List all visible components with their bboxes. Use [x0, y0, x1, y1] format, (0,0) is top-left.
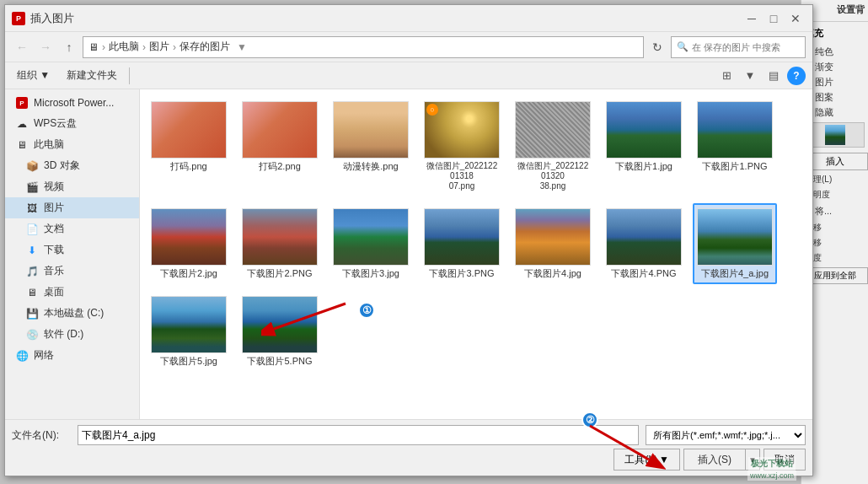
filetype-select[interactable]: 所有图片(*.emf;*.wmf;*.jpg;*.j...: [646, 425, 806, 445]
file-thumbnail: [151, 296, 227, 353]
filename-input[interactable]: [78, 425, 639, 445]
title-bar: P 插入图片 ─ □ ✕: [5, 5, 812, 32]
sidebar-item-3d[interactable]: 📦 3D 对象: [5, 155, 139, 176]
sidebar-item-disk-c[interactable]: 💾 本地磁盘 (C:): [5, 303, 139, 324]
list-item[interactable]: 微信图片_20221220132038.png: [511, 96, 595, 196]
list-item[interactable]: 下载图片3.PNG: [420, 203, 504, 284]
up-button[interactable]: ↑: [59, 37, 79, 57]
file-thumbnail: [333, 101, 409, 159]
sidebar: P Microsoft Power... ☁ WPS云盘 🖥 此电脑 📦: [5, 89, 140, 419]
insert-picture-dialog: P 插入图片 ─ □ ✕ ← → ↑ 🖥 › 此电脑 › 图片 › 保存的图片 …: [4, 4, 813, 476]
file-name: 下载图片2.jpg: [160, 268, 217, 279]
list-item[interactable]: 下载图片2.jpg: [147, 203, 231, 284]
sidebar-item-disk-d[interactable]: 💿 软件 (D:): [5, 324, 139, 345]
fill-hide-label: 隐藏: [815, 106, 833, 119]
cancel-button[interactable]: 取消: [764, 449, 806, 471]
tools-group: 工具(L) ▼: [613, 449, 680, 471]
breadcrumb-part2[interactable]: 图片: [149, 40, 169, 54]
sidebar-label-microsoft: Microsoft Power...: [34, 97, 114, 109]
sidebar-label-downloads: 下载: [44, 243, 64, 257]
view-icons-button[interactable]: ⊞: [716, 66, 737, 86]
list-item[interactable]: 下载图片1.PNG: [693, 96, 777, 196]
breadcrumb-dropdown-icon[interactable]: ▼: [237, 41, 247, 53]
list-item[interactable]: 下载图片1.jpg: [602, 96, 686, 196]
file-thumbnail: [697, 208, 773, 266]
back-button[interactable]: ←: [12, 37, 32, 57]
sidebar-item-microsoft-power[interactable]: P Microsoft Power...: [5, 93, 139, 113]
list-item[interactable]: 下载图片5.PNG: [238, 291, 322, 372]
list-item[interactable]: 下载图片4.PNG: [602, 203, 686, 284]
address-bar: ← → ↑ 🖥 › 此电脑 › 图片 › 保存的图片 ▼ ↻ 🔍: [5, 32, 812, 62]
file-thumbnail: [606, 208, 682, 266]
list-item[interactable]: 下载图片4.jpg: [511, 203, 595, 284]
close-button[interactable]: ✕: [785, 10, 806, 27]
sidebar-item-network[interactable]: 🌐 网络: [5, 345, 139, 366]
minimize-button[interactable]: ─: [742, 10, 762, 27]
list-item[interactable]: 打码2.png: [238, 96, 322, 196]
sidebar-label-network: 网络: [34, 348, 54, 363]
file-name: 下载图片1.PNG: [702, 161, 767, 172]
help-button[interactable]: ?: [787, 67, 806, 85]
insert-dropdown-button[interactable]: ▼: [745, 449, 760, 471]
breadcrumb-part3[interactable]: 保存的图片: [179, 40, 230, 54]
file-name: 打码.png: [170, 161, 206, 172]
breadcrumb-computer-icon: 🖥: [88, 41, 99, 53]
refresh-button[interactable]: ↻: [647, 37, 667, 57]
file-name: 下载图片1.jpg: [615, 161, 672, 172]
toolbar-right: ⊞ ▼ ▤ ?: [716, 66, 806, 86]
sidebar-item-music[interactable]: 🎵 音乐: [5, 261, 139, 282]
list-item[interactable]: ○ 微信图片_20221220131807.png: [420, 96, 504, 196]
file-thumbnail: [151, 208, 227, 266]
file-thumbnail: [515, 208, 591, 266]
list-item[interactable]: 下载图片3.jpg: [329, 203, 413, 284]
filename-row: 文件名(N): 所有图片(*.emf;*.wmf;*.jpg;*.j...: [12, 425, 806, 445]
new-folder-button[interactable]: 新建文件夹: [62, 67, 122, 84]
sidebar-item-video[interactable]: 🎬 视频: [5, 176, 139, 197]
dialog-title: 插入图片: [30, 11, 74, 26]
view-list-button[interactable]: ▼: [740, 66, 760, 86]
file-grid-inner: 打码.png 打码2.png 动漫转换.png ○ 微信图片_2: [147, 96, 806, 372]
list-item[interactable]: 下载图片5.jpg: [147, 291, 231, 372]
file-grid[interactable]: 打码.png 打码2.png 动漫转换.png ○ 微信图片_2: [140, 89, 812, 419]
sidebar-label-3d: 3D 对象: [44, 159, 80, 173]
sidebar-item-pictures[interactable]: 🖼 图片: [5, 197, 139, 218]
sidebar-item-downloads[interactable]: ⬇ 下载: [5, 239, 139, 261]
file-name: 下载图片5.PNG: [247, 356, 312, 367]
file-name: 下载图片4.jpg: [524, 268, 581, 279]
sidebar-item-wps-cloud[interactable]: ☁ WPS云盘: [5, 113, 139, 134]
file-thumbnail: [515, 101, 591, 159]
list-item[interactable]: 下载图片4_a.jpg: [693, 203, 777, 284]
organize-button[interactable]: 组织 ▼: [12, 67, 55, 84]
file-thumbnail: [333, 208, 409, 266]
file-name: 动漫转换.png: [343, 161, 398, 172]
file-name: 下载图片2.PNG: [247, 268, 312, 279]
search-input[interactable]: [692, 42, 800, 52]
sidebar-item-this-computer[interactable]: 🖥 此电脑: [5, 134, 139, 155]
sidebar-label-music: 音乐: [44, 264, 64, 278]
file-name: 微信图片_20221220132038.png: [516, 161, 590, 191]
file-name: 下载图片3.PNG: [429, 268, 494, 279]
list-item[interactable]: 下载图片2.PNG: [238, 203, 322, 284]
forward-button[interactable]: →: [35, 37, 56, 57]
maximize-button[interactable]: □: [764, 10, 784, 27]
file-name: 打码2.png: [259, 161, 301, 172]
cloud-icon: ☁: [15, 117, 29, 131]
sidebar-label-video: 视频: [44, 180, 64, 194]
download-icon: ⬇: [25, 244, 39, 257]
list-item[interactable]: 动漫转换.png: [329, 96, 413, 196]
list-item[interactable]: 打码.png: [147, 96, 231, 196]
network-icon: 🌐: [15, 349, 29, 363]
file-thumbnail: [424, 208, 500, 266]
sidebar-item-desktop[interactable]: 🖥 桌面: [5, 282, 139, 303]
file-name: 微信图片_20221220131807.png: [425, 161, 499, 191]
insert-button[interactable]: 插入(S): [683, 449, 745, 471]
sidebar-item-documents[interactable]: 📄 文档: [5, 218, 139, 239]
sidebar-label-wps: WPS云盘: [34, 116, 77, 131]
search-box: 🔍: [671, 36, 806, 58]
breadcrumb-part1[interactable]: 此电脑: [109, 40, 139, 54]
ppt-sidebar-icon: P: [15, 96, 29, 110]
tools-button[interactable]: 工具(L) ▼: [613, 449, 680, 471]
view-details-button[interactable]: ▤: [764, 66, 784, 86]
computer-icon: 🖥: [15, 138, 29, 152]
sidebar-label-desktop: 桌面: [44, 285, 64, 299]
